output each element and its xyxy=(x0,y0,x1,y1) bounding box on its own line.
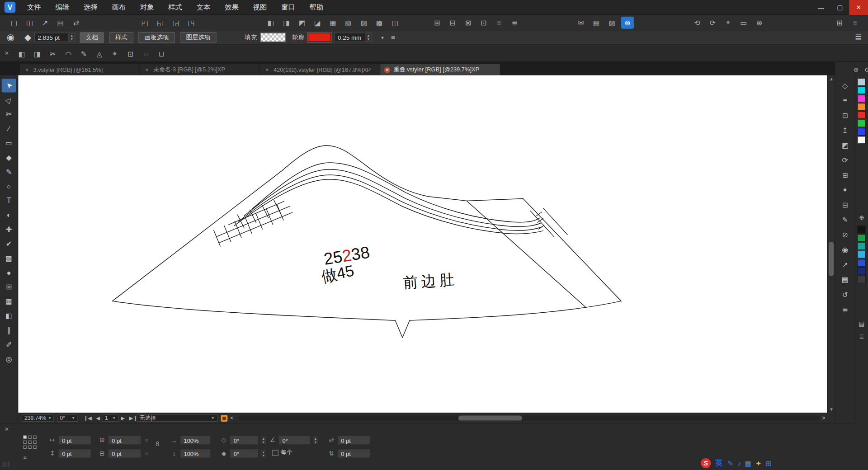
constrain-toggle-icon[interactable]: ○ xyxy=(145,451,148,456)
menu-canvas[interactable]: 画布 xyxy=(104,0,132,14)
menu-panel-icon[interactable]: ≣ xyxy=(838,304,852,315)
export-icon[interactable]: ↗ xyxy=(39,17,52,29)
canvas[interactable]: 25238 做45 前边肚 xyxy=(18,75,827,413)
expand-icon[interactable]: ⊔ xyxy=(155,47,168,60)
pathfinder-unite-icon[interactable]: ◧ xyxy=(264,17,277,29)
constrain-toggle-icon[interactable]: ○ xyxy=(145,437,148,443)
pathfinder-trim-icon[interactable]: ▧ xyxy=(342,17,355,29)
ime-handwriting-icon[interactable]: ✎ xyxy=(727,459,733,467)
pattern-panel-icon[interactable]: ⊞ xyxy=(838,169,852,181)
snap-options-icon[interactable]: ⊛ xyxy=(621,17,634,29)
menu-style[interactable]: 样式 xyxy=(161,0,189,14)
proxy-options-icon[interactable]: ≡ xyxy=(23,454,27,460)
outline-width-select[interactable]: 0.25 mm xyxy=(335,33,366,42)
swap-fill-icon[interactable]: ◧ xyxy=(15,47,28,60)
grid-view-icon[interactable]: ▦ xyxy=(590,17,603,29)
link-scale-icon[interactable]: 8 xyxy=(156,440,159,447)
stroke-align-button[interactable]: ≡ xyxy=(387,31,398,43)
tab-close-icon[interactable]: ✕ xyxy=(24,67,30,73)
menu-window[interactable]: 窗口 xyxy=(274,0,302,14)
rotation-select[interactable]: 0°▼ xyxy=(57,414,78,422)
first-page-button[interactable]: ❙◀ xyxy=(81,415,94,421)
ime-toolbox-icon[interactable]: ⊞ xyxy=(765,459,771,467)
document-button[interactable]: 文档 xyxy=(80,32,104,42)
swatch-lightblue[interactable] xyxy=(858,78,866,86)
scroll-up-icon[interactable]: ▲ xyxy=(828,76,835,81)
tab-3-vstyler[interactable]: ✕ 3.vstyler [RGB] [@161.5%] xyxy=(20,64,139,75)
pathfinder-minus-front-icon[interactable]: ◨ xyxy=(280,17,293,29)
swatch-navy[interactable] xyxy=(858,267,866,275)
close-button[interactable]: ✕ xyxy=(849,0,868,15)
swatch-blue[interactable] xyxy=(858,128,866,136)
align-right-icon[interactable]: ⊠ xyxy=(462,17,474,29)
swatch-gray[interactable] xyxy=(858,276,866,283)
tab-close-icon[interactable]: ✕ xyxy=(144,67,150,73)
prev-page-button[interactable]: ◀ xyxy=(94,415,102,421)
page-flip-icon[interactable]: ◱ xyxy=(154,17,166,29)
scale-y-field[interactable]: 100% xyxy=(180,449,211,458)
rotate-field[interactable]: 0° xyxy=(230,436,259,445)
pathfinder-outline-icon[interactable]: ◫ xyxy=(389,17,401,29)
horizontal-scroll-thumb[interactable] xyxy=(458,416,522,421)
share-icon[interactable]: ⇄ xyxy=(70,17,82,29)
swatch-list-icon[interactable]: ▤ xyxy=(857,320,867,329)
export-panel-icon[interactable]: ↥ xyxy=(838,125,852,136)
align-left-icon[interactable]: ⊞ xyxy=(431,17,443,29)
knife-tool[interactable]: ✂ xyxy=(2,108,16,122)
swatch-blue2[interactable] xyxy=(858,259,866,267)
gradient-tool[interactable]: ▩ xyxy=(2,251,16,265)
swatch-red[interactable] xyxy=(858,111,866,119)
annotate-panel-icon[interactable]: ✎ xyxy=(838,214,852,226)
hatch-view-icon[interactable]: ▨ xyxy=(606,17,618,29)
target-panel-icon[interactable]: ◉ xyxy=(838,244,852,256)
stroke-panel-icon[interactable]: ≡ xyxy=(838,94,852,106)
pathfinder-intersect-icon[interactable]: ◩ xyxy=(296,17,308,29)
swatches-panel-icon[interactable]: ⊡ xyxy=(838,109,852,121)
shape-tool[interactable]: ◧ xyxy=(2,309,16,323)
style-button[interactable]: 样式 xyxy=(109,32,133,42)
panel-menu-icon[interactable]: ≣ xyxy=(855,32,862,42)
maximize-button[interactable]: ▢ xyxy=(830,0,849,15)
each-checkbox[interactable] xyxy=(272,450,278,456)
swatch-green[interactable] xyxy=(858,119,866,127)
zoom-select[interactable]: 239.74%▼ xyxy=(22,414,54,422)
fill-swatch[interactable] xyxy=(260,33,286,42)
panel-close-icon[interactable]: ✕ xyxy=(5,426,9,432)
ime-logo-icon[interactable]: S xyxy=(701,458,711,468)
ime-keyboard-icon[interactable]: ▦ xyxy=(745,459,751,467)
align-center-icon[interactable]: ⊟ xyxy=(446,17,459,29)
palette-add-icon[interactable]: ⊕ xyxy=(857,213,867,222)
ime-skin-icon[interactable]: ✦ xyxy=(755,459,761,467)
resize-grip-icon[interactable]: |||| xyxy=(2,461,10,467)
scale-x-field[interactable]: 100% xyxy=(180,436,211,445)
menu-select[interactable]: 选择 xyxy=(76,0,104,14)
arc-icon[interactable]: ◠ xyxy=(62,47,75,60)
strip-add-icon[interactable]: ⊕ xyxy=(851,65,861,74)
layers-panel-icon[interactable]: ⊟ xyxy=(838,199,852,211)
text-tool[interactable]: T xyxy=(2,194,16,208)
pencil-tool[interactable]: ✐ xyxy=(2,338,16,352)
tab-untitled-3[interactable]: ✕ 未命名-3 [RGB] [@5.2%]XP xyxy=(140,64,259,75)
import-icon[interactable]: ▤ xyxy=(54,17,67,29)
print-icon[interactable]: ⊞ xyxy=(833,17,846,29)
menu-file[interactable]: 文件 xyxy=(20,0,48,14)
warp-icon[interactable]: ◬ xyxy=(93,47,106,60)
strip-target-icon[interactable]: ⊙ xyxy=(862,65,868,74)
stroke-style-dropdown[interactable]: ▾ xyxy=(377,31,387,43)
ellipse-tool[interactable]: ○ xyxy=(2,179,16,193)
page-mirror-icon[interactable]: ◳ xyxy=(185,17,198,29)
menu-text[interactable]: 文本 xyxy=(189,0,217,14)
blade-tool[interactable]: ∕ xyxy=(2,122,16,136)
swatch-orange[interactable] xyxy=(858,103,866,111)
swatch-teal[interactable] xyxy=(858,242,866,250)
swatch-cyan[interactable] xyxy=(858,86,866,94)
marquee-zoom-icon[interactable]: ▭ xyxy=(737,17,750,29)
x-position-field[interactable]: 0 pt xyxy=(58,436,91,445)
artboard-options-button[interactable]: 画板选项 xyxy=(138,32,175,42)
height-field[interactable]: 0 pt xyxy=(108,449,141,458)
tab-chongdie-vstyler[interactable]: ✕ 重叠.vstyler [RGB] [@239.7%]XP xyxy=(380,64,500,75)
swatch-menu-icon[interactable]: ≣ xyxy=(857,332,867,341)
swatch-sky[interactable] xyxy=(858,251,866,258)
distribute-horizontal-icon[interactable]: ≡ xyxy=(493,17,505,29)
pathfinder-crop-icon[interactable]: ▩ xyxy=(373,17,386,29)
